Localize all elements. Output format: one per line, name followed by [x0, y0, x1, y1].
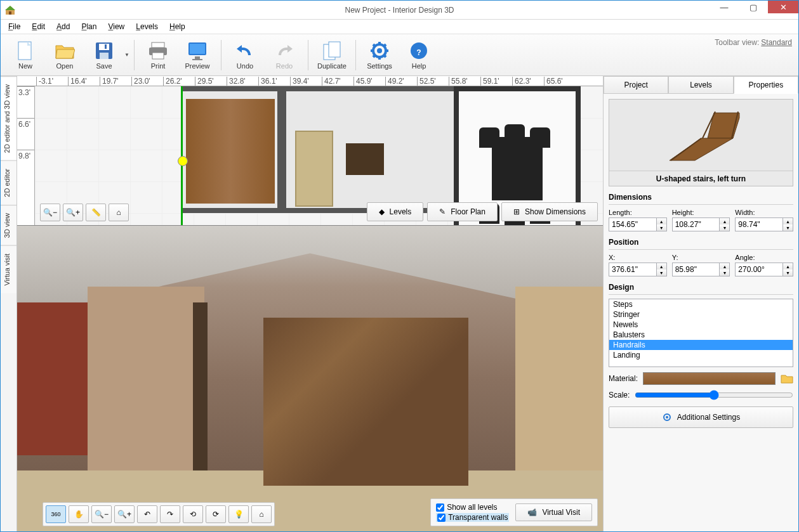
right-tabs: Project Levels Properties	[604, 76, 798, 94]
redo-button[interactable]: Redo	[265, 36, 304, 74]
left-tabs: 2D editor and 3D view 2D editor 3D view …	[1, 76, 17, 531]
angle-field[interactable]: ▲▼	[735, 263, 793, 276]
list-item[interactable]: Balusters	[609, 330, 793, 340]
menu-plan[interactable]: Plan	[76, 21, 102, 32]
y-field[interactable]: ▲▼	[672, 263, 730, 276]
tilt-left-icon: ⟲	[190, 510, 196, 519]
settings-button[interactable]: Settings	[360, 36, 399, 74]
svg-line-28	[383, 44, 386, 47]
window-title: New Project - Interior Design 3D	[345, 6, 454, 15]
help-button[interactable]: ? Help	[399, 36, 439, 74]
levels-button[interactable]: ◆Levels	[367, 202, 424, 221]
redo-icon	[274, 41, 294, 61]
svg-marker-17	[287, 45, 293, 53]
additional-settings-button[interactable]: Additional Settings	[609, 406, 793, 428]
svg-rect-19	[329, 42, 340, 57]
menu-edit[interactable]: Edit	[27, 21, 50, 32]
browse-material-button[interactable]	[781, 373, 793, 384]
length-field[interactable]: ▲▼	[609, 217, 667, 231]
tilt-right-button[interactable]: ⟳	[206, 505, 226, 523]
view-3d[interactable]: 360 ✋ 🔍− 🔍+ ↶ ↷ ⟲ ⟳ 💡 ⌂ Show all levels …	[17, 226, 603, 531]
pan-button[interactable]: ✋	[69, 505, 89, 523]
save-dropdown[interactable]: ▼	[124, 36, 130, 74]
menu-add[interactable]: Add	[51, 21, 75, 32]
zoom-in-2d-button[interactable]: 🔍+	[63, 204, 83, 221]
design-parts-list[interactable]: Steps Stringer Newels Balusters Handrail…	[609, 299, 793, 367]
rotate-cw-button[interactable]: ↷	[160, 505, 180, 523]
camera-icon: 📹	[527, 508, 537, 517]
anchor-point[interactable]	[178, 156, 188, 166]
tab-levels[interactable]: Levels	[668, 76, 733, 94]
app-icon	[4, 4, 16, 16]
measure-button[interactable]: 📏	[86, 204, 106, 221]
orbit-button[interactable]: 360	[46, 505, 66, 523]
list-item[interactable]: Newels	[609, 320, 793, 330]
zoom-in-icon: 🔍+	[66, 208, 80, 217]
maximize-button[interactable]: ▢	[739, 1, 768, 13]
preview-button[interactable]: Preview	[178, 36, 217, 74]
left-tab-virtual[interactable]: Virtua visit	[1, 245, 17, 294]
width-field[interactable]: ▲▼	[735, 217, 793, 231]
zoom-out-3d-button[interactable]: 🔍−	[91, 505, 112, 523]
tab-project[interactable]: Project	[604, 76, 668, 94]
svg-point-21	[377, 48, 382, 53]
menubar: File Edit Add Plan View Levels Help	[1, 20, 798, 34]
list-item[interactable]: Landing	[609, 350, 793, 360]
svg-rect-7	[100, 53, 109, 59]
pencil-icon: ✎	[439, 207, 446, 216]
new-button[interactable]: New	[6, 36, 45, 74]
help-icon: ?	[409, 41, 429, 61]
object-preview: U-shaped stairs, left turn	[609, 99, 793, 186]
print-icon	[148, 41, 168, 61]
material-swatch[interactable]	[643, 372, 776, 385]
home-icon: ⌂	[259, 510, 263, 519]
view-2d[interactable]: 3.3'6.6'9.8'	[17, 86, 603, 226]
gear-icon	[662, 412, 672, 422]
list-item[interactable]: Handrails	[609, 340, 793, 350]
open-button[interactable]: Open	[45, 36, 84, 74]
zoom-in-3d-button[interactable]: 🔍+	[114, 505, 135, 523]
show-dimensions-button[interactable]: ⊞Show Dimensions	[501, 202, 598, 221]
close-button[interactable]: ✕	[768, 1, 798, 13]
menu-file[interactable]: File	[3, 21, 25, 32]
save-button[interactable]: Save	[84, 36, 124, 74]
undo-button[interactable]: Undo	[225, 36, 265, 74]
menu-view[interactable]: View	[103, 21, 129, 32]
print-button[interactable]: Print	[138, 36, 178, 74]
toolbar-view-link[interactable]: Standard	[761, 38, 792, 47]
render-canvas[interactable]	[17, 226, 603, 531]
floorplan-button[interactable]: ✎Floor Plan	[427, 202, 498, 221]
height-field[interactable]: ▲▼	[672, 217, 730, 231]
svg-rect-2	[9, 11, 11, 15]
x-field[interactable]: ▲▼	[609, 263, 667, 276]
left-tab-3d[interactable]: 3D view	[1, 205, 17, 245]
orbit-icon: 360	[51, 511, 60, 517]
menu-levels[interactable]: Levels	[131, 21, 163, 32]
svg-rect-6	[99, 44, 109, 50]
transparent-walls-checkbox[interactable]: Transparent walls	[436, 513, 509, 522]
minimize-button[interactable]: —	[710, 1, 739, 13]
toolbar: New Open Save ▼ Print Preview Undo Redo	[1, 34, 798, 76]
home-2d-button[interactable]: ⌂	[109, 204, 129, 221]
scale-slider[interactable]	[635, 390, 793, 400]
view2d-action-bar: ◆Levels ✎Floor Plan ⊞Show Dimensions	[367, 202, 598, 221]
left-tab-2d[interactable]: 2D editor	[1, 160, 17, 205]
save-icon	[94, 41, 114, 61]
virtual-visit-button[interactable]: 📹Virtual Visit	[515, 503, 592, 521]
show-all-levels-checkbox[interactable]: Show all levels	[436, 503, 509, 512]
home-3d-button[interactable]: ⌂	[251, 505, 272, 523]
tab-properties[interactable]: Properties	[734, 76, 798, 94]
view2d-toolbar: 🔍− 🔍+ 📏 ⌂	[40, 204, 129, 221]
menu-help[interactable]: Help	[164, 21, 190, 32]
rotate-ccw-button[interactable]: ↶	[137, 505, 157, 523]
list-item[interactable]: Steps	[609, 299, 793, 309]
duplicate-button[interactable]: Duplicate	[312, 36, 352, 74]
svg-text:?: ?	[416, 48, 421, 57]
bulb-icon: 💡	[234, 510, 244, 519]
light-button[interactable]: 💡	[228, 505, 249, 523]
svg-rect-9	[152, 42, 164, 48]
zoom-out-2d-button[interactable]: 🔍−	[40, 204, 60, 221]
left-tab-2d3d[interactable]: 2D editor and 3D view	[1, 76, 17, 160]
tilt-left-button[interactable]: ⟲	[183, 505, 203, 523]
list-item[interactable]: Stringer	[609, 309, 793, 320]
